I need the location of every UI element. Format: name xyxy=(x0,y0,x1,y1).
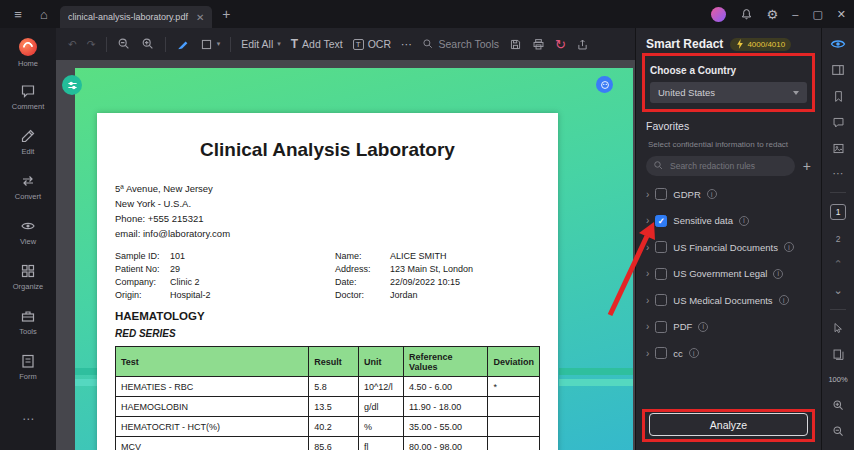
new-tab-button[interactable]: + xyxy=(222,6,230,22)
info-icon[interactable]: i xyxy=(698,322,708,332)
save-icon[interactable] xyxy=(509,38,522,51)
sidebar-item-form[interactable]: Form xyxy=(0,353,56,398)
zoom-level[interactable]: 100% xyxy=(828,372,847,387)
current-page-indicator[interactable]: 1 xyxy=(830,204,846,220)
edit-all-button[interactable]: Edit All▾ xyxy=(241,38,281,50)
expand-chevron-icon[interactable]: › xyxy=(646,321,649,332)
preview-eye-icon[interactable] xyxy=(830,36,846,52)
expand-chevron-icon[interactable]: › xyxy=(646,215,649,226)
thumbnails-icon[interactable] xyxy=(832,141,845,156)
panel-layout-icon[interactable] xyxy=(831,63,845,78)
search-rules-input[interactable] xyxy=(646,156,795,176)
comments-panel-icon[interactable] xyxy=(832,115,845,130)
rule-item-us-government-legal[interactable]: › US Government Legal i xyxy=(636,261,821,288)
menu-icon[interactable]: ≡ xyxy=(8,7,28,22)
pointer-tool-icon[interactable] xyxy=(832,321,844,336)
analyze-button[interactable]: Analyze xyxy=(649,413,808,436)
search-tools-button[interactable]: Search Tools xyxy=(422,38,500,50)
info-icon[interactable]: i xyxy=(773,269,783,279)
zoom-out-icon[interactable] xyxy=(832,424,845,439)
highlighter-pen-icon[interactable] xyxy=(176,37,190,51)
address-line: 5ª Avenue, New Jersey xyxy=(115,181,558,196)
info-icon[interactable]: i xyxy=(739,216,749,226)
sidebar-item-view[interactable]: View xyxy=(0,218,56,263)
close-button[interactable]: ✕ xyxy=(837,8,846,21)
tab-close-icon[interactable]: ✕ xyxy=(196,12,204,23)
rule-checkbox[interactable] xyxy=(655,268,667,280)
next-page-number[interactable]: 2 xyxy=(836,231,841,246)
avatar[interactable] xyxy=(711,7,726,22)
expand-chevron-icon[interactable]: › xyxy=(646,348,649,359)
undo-button[interactable]: ↶ xyxy=(68,38,77,50)
ocr-button[interactable]: T OCR xyxy=(353,38,391,50)
form-document-icon xyxy=(20,353,36,369)
toolbar: ↶ ↷ ▾ Edit All▾ T Add Text xyxy=(56,28,635,60)
pdf-page-background: Clinical Analysis Laboratory 5ª Avenue, … xyxy=(75,68,633,450)
ai-assistant-button[interactable] xyxy=(596,76,613,93)
sidebar-item-organize[interactable]: Organize xyxy=(0,263,56,308)
rule-item-us-financial[interactable]: › US Financial Documents i xyxy=(636,234,821,261)
bookmark-icon[interactable] xyxy=(832,89,845,104)
home-icon[interactable]: ⌂ xyxy=(34,7,54,22)
document-tab[interactable]: clinical-analysis-laboratory.pdf ✕ xyxy=(60,6,212,28)
rule-item-cc[interactable]: › cc i xyxy=(636,340,821,367)
settings-gear-icon[interactable]: ⚙ xyxy=(767,7,779,22)
pdf-editor-window: ≡ ⌂ clinical-analysis-laboratory.pdf ✕ +… xyxy=(0,0,854,450)
shape-tool-button[interactable]: ▾ xyxy=(200,38,221,51)
rule-checkbox[interactable] xyxy=(655,321,667,333)
maximize-button[interactable]: ▢ xyxy=(812,8,822,21)
rule-label: US Financial Documents xyxy=(673,242,778,253)
pages-icon[interactable] xyxy=(832,347,845,362)
sidebar-item-comment[interactable]: Comment xyxy=(0,83,56,128)
sidebar-label: View xyxy=(20,237,36,246)
tab-title: clinical-analysis-laboratory.pdf xyxy=(68,12,188,22)
strip-more-icon[interactable]: ⋯ xyxy=(833,166,844,181)
add-rule-button[interactable]: + xyxy=(803,158,811,174)
zoom-in-icon[interactable] xyxy=(141,37,155,51)
subsection-heading: RED SERIES xyxy=(115,328,558,339)
page-settings-button[interactable] xyxy=(62,75,82,95)
refresh-icon[interactable]: ↻ xyxy=(555,37,566,52)
sidebar-more-icon[interactable]: ⋯ xyxy=(22,412,34,426)
country-select[interactable]: United States xyxy=(650,82,807,103)
sidebar-item-home[interactable]: Home xyxy=(0,38,56,83)
rule-checkbox[interactable] xyxy=(655,215,667,227)
table-row: HAEMOGLOBIN13.5g/dl11.90 - 18.00 xyxy=(116,397,540,417)
rule-item-gdpr[interactable]: › GDPR i xyxy=(636,181,821,208)
page-down-icon[interactable]: ⌄ xyxy=(833,283,842,298)
expand-chevron-icon[interactable]: › xyxy=(646,295,649,306)
share-icon[interactable] xyxy=(576,38,589,51)
rule-checkbox[interactable] xyxy=(655,241,667,253)
info-icon[interactable]: i xyxy=(779,295,789,305)
info-icon[interactable]: i xyxy=(689,348,699,358)
info-icon[interactable]: i xyxy=(784,242,794,252)
titlebar: ≡ ⌂ clinical-analysis-laboratory.pdf ✕ +… xyxy=(0,0,854,28)
rule-item-pdf[interactable]: › PDF i xyxy=(636,314,821,341)
table-row: MCV85.6fl80.00 - 98.00 xyxy=(116,437,540,450)
rule-checkbox[interactable] xyxy=(655,294,667,306)
rule-checkbox[interactable] xyxy=(655,347,667,359)
toolbar-more-icon[interactable]: ⋯ xyxy=(401,38,412,50)
rule-checkbox[interactable] xyxy=(655,188,667,200)
zoom-in-icon[interactable] xyxy=(832,398,845,413)
print-icon[interactable] xyxy=(532,38,545,51)
sidebar-item-edit[interactable]: Edit xyxy=(0,128,56,173)
expand-chevron-icon[interactable]: › xyxy=(646,189,649,200)
country-value: United States xyxy=(658,87,715,98)
rule-item-us-medical[interactable]: › US Medical Documents i xyxy=(636,287,821,314)
sidebar-item-tools[interactable]: Tools xyxy=(0,308,56,353)
sidebar-item-convert[interactable]: Convert xyxy=(0,173,56,218)
expand-chevron-icon[interactable]: › xyxy=(646,242,649,253)
info-icon[interactable]: i xyxy=(707,189,717,199)
minimize-button[interactable]: – xyxy=(792,8,798,20)
rule-item-sensitive-data[interactable]: › Sensitive data i xyxy=(636,208,821,235)
expand-chevron-icon[interactable]: › xyxy=(646,268,649,279)
address-line: New York - U.S.A. xyxy=(115,196,558,211)
zoom-out-icon[interactable] xyxy=(117,37,131,51)
search-tools-label: Search Tools xyxy=(439,38,500,50)
redo-button[interactable]: ↷ xyxy=(87,38,96,50)
add-text-button[interactable]: T Add Text xyxy=(291,37,343,51)
page-up-icon[interactable]: ⌃ xyxy=(833,257,842,272)
notifications-bell-icon[interactable] xyxy=(740,8,753,21)
document-area[interactable]: Clinical Analysis Laboratory 5ª Avenue, … xyxy=(56,60,635,450)
